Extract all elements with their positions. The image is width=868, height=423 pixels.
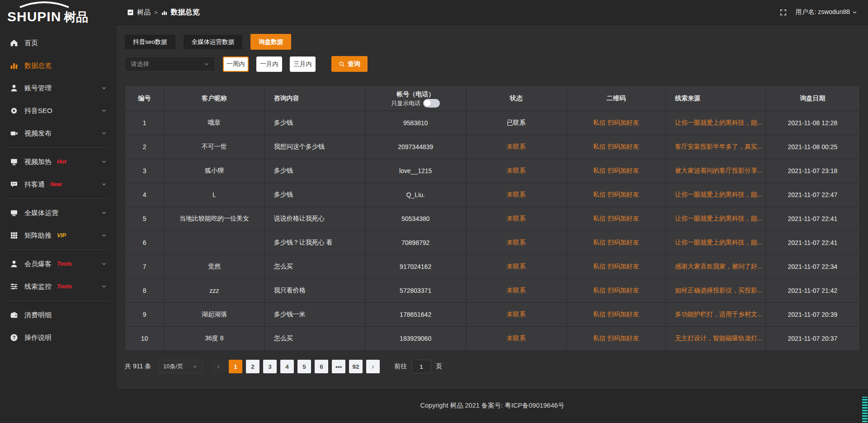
sidebar-item-douyin-seo[interactable]: 抖音SEO xyxy=(0,99,117,122)
row-qrcode-link[interactable]: 私信 扫码加好友 xyxy=(566,135,665,159)
sidebar-item-matrix-boost[interactable]: 矩阵助推 VIP xyxy=(0,224,117,247)
row-status: 未联系 xyxy=(466,207,566,231)
row-qrcode-link[interactable]: 私信 扫码加好友 xyxy=(566,255,665,279)
sidebar-item-home[interactable]: 首页 xyxy=(0,32,117,54)
row-nickname: 觉然 xyxy=(164,255,265,279)
select-placeholder: 请选择 xyxy=(131,60,149,68)
row-nickname: 哦章 xyxy=(164,111,265,135)
row-source-link[interactable]: 无主灯设计，智能磁吸轨道灯... xyxy=(665,327,765,351)
row-qrcode-link[interactable]: 私信 扫码加好友 xyxy=(566,279,665,303)
tab-omnimedia-data[interactable]: 全媒体运营数据 xyxy=(184,35,243,49)
sidebar-item-label: 消费明细 xyxy=(24,311,52,320)
table-row: 2 不可一世 我想问这个多少钱 2097344839 未联系 私信 扫码加好友 … xyxy=(125,135,860,159)
row-status: 未联系 xyxy=(466,135,566,159)
page-button-3[interactable]: 3 xyxy=(263,360,277,373)
search-button[interactable]: 查询 xyxy=(331,56,368,72)
sidebar-item-label: 账号管理 xyxy=(24,84,52,93)
row-source-link[interactable]: 让你一眼就爱上的黑科技，能... xyxy=(665,183,765,207)
sidebar-item-video-publish[interactable]: 视频发布 xyxy=(0,122,117,145)
row-qrcode-link[interactable]: 私信 扫码加好友 xyxy=(566,111,665,135)
mini-bar-chart-icon xyxy=(161,9,167,15)
sidebar-menu: 首页 数据总览 账号管理 抖音SEO 视频发布 xyxy=(0,26,117,349)
next-page-button[interactable]: › xyxy=(366,360,380,373)
range-one-month-button[interactable]: 一月内 xyxy=(256,56,282,72)
user-menu[interactable]: 用户名: zswodun88 xyxy=(795,8,857,16)
fullscreen-icon[interactable] xyxy=(779,9,787,16)
row-source-link[interactable]: 如何正确选择投影仪，买投影... xyxy=(665,279,765,303)
gear-icon xyxy=(10,107,18,115)
table-row: 10 36度 8 怎么买 183929060 未联系 私信 扫码加好友 无主灯设… xyxy=(125,327,860,351)
sidebar-item-account-management[interactable]: 账号管理 xyxy=(0,77,117,99)
tab-inquiry-data[interactable]: 询盘数据 xyxy=(250,34,291,50)
page-button-4[interactable]: 4 xyxy=(280,360,294,373)
row-id: 6 xyxy=(125,231,164,255)
row-qrcode-link[interactable]: 私信 扫码加好友 xyxy=(566,207,665,231)
wallet-icon xyxy=(10,311,18,319)
row-source-link[interactable]: 让你一眼就爱上的黑科技，能... xyxy=(665,207,765,231)
row-qrcode-link[interactable]: 私信 扫码加好友 xyxy=(566,303,665,327)
sidebar-item-member-baoke[interactable]: 会员爆客 Tools xyxy=(0,253,117,275)
prev-page-button[interactable]: ‹ xyxy=(212,360,225,373)
page-list: 123456•••92 xyxy=(229,360,363,373)
row-source-link[interactable]: 多功能护栏灯，适用于乡村文... xyxy=(665,303,765,327)
inquiry-table-body: 1 哦章 多少钱 9583810 已联系 私信 扫码加好友 让你一眼就爱上的黑科… xyxy=(125,111,860,351)
goto-page-input[interactable] xyxy=(411,360,431,373)
sidebar-item-doukertong[interactable]: 抖客通 New xyxy=(0,173,117,196)
phone-only-toggle[interactable] xyxy=(423,99,440,108)
tab-douyin-seo-data[interactable]: 抖音seo数据 xyxy=(125,35,175,49)
sidebar-item-label: 抖客通 xyxy=(24,180,45,189)
account-select[interactable]: 请选择 xyxy=(125,56,215,71)
page-button-92[interactable]: 92 xyxy=(349,360,363,373)
main-area: 树品 > 数据总览 用户名: zswodun88 抖音seo数据 全媒体运营数据… xyxy=(117,0,868,423)
row-date: 2021-11-07 20:37 xyxy=(765,327,859,351)
sidebar-item-omnimedia-operation[interactable]: 全媒体运营 xyxy=(0,202,117,224)
sidebar-item-video-heating[interactable]: 视频加热 Hot xyxy=(0,150,117,173)
row-account: 9583810 xyxy=(365,111,466,135)
row-status: 未联系 xyxy=(466,159,566,183)
row-account: love__1215 xyxy=(365,159,466,183)
row-content: 我想问这个多少钱 xyxy=(264,135,365,159)
page-button-5[interactable]: 5 xyxy=(297,360,311,373)
search-button-label: 查询 xyxy=(348,60,360,68)
row-source-link[interactable]: 客厅安装投影半年多了，真实... xyxy=(665,135,765,159)
page-button-6[interactable]: 6 xyxy=(315,360,328,373)
col-content: 咨询内容 xyxy=(264,86,365,111)
tools-badge: Tools xyxy=(57,261,72,267)
page-ellipsis-button[interactable]: ••• xyxy=(332,360,345,373)
row-qrcode-link[interactable]: 私信 扫码加好友 xyxy=(566,183,665,207)
page-size-select[interactable]: 10条/页 xyxy=(158,360,203,373)
sidebar-item-data-overview[interactable]: 数据总览 xyxy=(0,54,117,77)
range-three-months-button[interactable]: 三月内 xyxy=(290,56,316,72)
sidebar-item-label: 首页 xyxy=(24,39,38,47)
row-nickname: 湖起湖落 xyxy=(164,303,265,327)
page-button-1[interactable]: 1 xyxy=(229,360,242,373)
row-nickname: 狐小狸 xyxy=(164,159,265,183)
row-status: 未联系 xyxy=(466,231,566,255)
row-source-link[interactable]: 被大家追着问的客厅投影分享... xyxy=(665,159,765,183)
row-nickname: L xyxy=(164,183,265,207)
sidebar-item-consumption-details[interactable]: 消费明细 xyxy=(0,304,117,326)
sidebar-item-label: 抖音SEO xyxy=(24,107,52,115)
row-qrcode-link[interactable]: 私信 扫码加好友 xyxy=(566,159,665,183)
copyright-label: Copyright 树品 2021 备案号: 粤ICP备09019646号 xyxy=(420,401,564,410)
sidebar-item-instructions[interactable]: ? 操作说明 xyxy=(0,326,117,349)
sidebar-item-lead-monitoring[interactable]: 线索监控 Tools xyxy=(0,275,117,298)
page-button-2[interactable]: 2 xyxy=(246,360,259,373)
range-one-week-button[interactable]: 一周内 xyxy=(223,56,249,72)
row-content: 怎么买 xyxy=(264,255,365,279)
row-source-link[interactable]: 让你一眼就爱上的黑科技，能... xyxy=(665,231,765,255)
row-nickname xyxy=(164,231,265,255)
row-qrcode-link[interactable]: 私信 扫码加好友 xyxy=(566,231,665,255)
sidebar-item-label: 线索监控 xyxy=(24,282,52,291)
row-qrcode-link[interactable]: 私信 扫码加好友 xyxy=(566,327,665,351)
row-content: 怎么买 xyxy=(264,327,365,351)
chevron-down-icon xyxy=(101,261,107,267)
row-source-link[interactable]: 感谢大家喜欢我家，被问了好... xyxy=(665,255,765,279)
row-nickname: 当地比较能吃的一位美女 xyxy=(164,207,265,231)
topbar-right: 用户名: zswodun88 xyxy=(779,8,857,16)
col-date: 询盘日期 xyxy=(765,86,859,111)
sidebar-item-label: 全媒体运营 xyxy=(24,209,58,217)
row-source-link[interactable]: 让你一眼就爱上的黑科技，能... xyxy=(665,111,765,135)
row-date: 2021-11-07 23:18 xyxy=(765,159,859,183)
breadcrumb-root[interactable]: 树品 xyxy=(137,8,151,17)
